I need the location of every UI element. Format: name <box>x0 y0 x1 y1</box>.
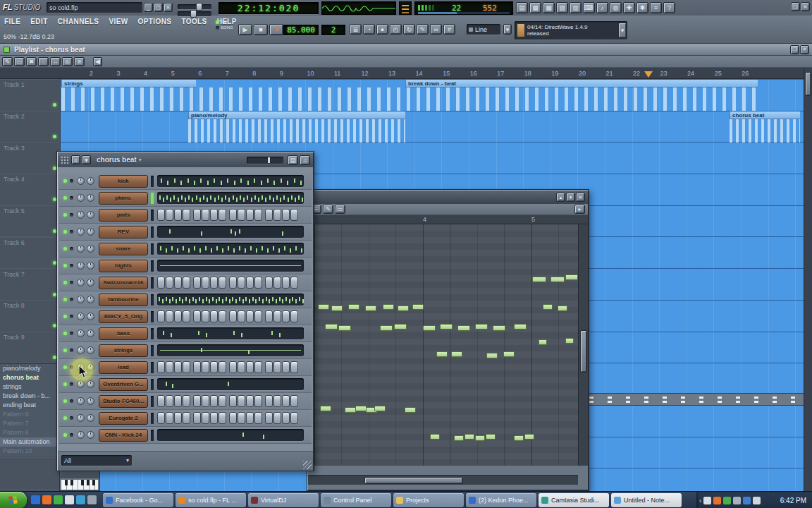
pianoroll-close-button[interactable]: ✕ <box>576 193 585 202</box>
step-button-3[interactable] <box>174 310 182 322</box>
pattern-item-break-down-b[interactable]: break down - b... <box>0 392 60 401</box>
tempo-display[interactable]: 85.000 <box>283 25 319 35</box>
pianoroll-vscrollbar[interactable] <box>578 224 588 466</box>
graph-editor-toggle-icon[interactable]: ▤ <box>288 155 298 165</box>
midi-note[interactable] <box>365 306 376 311</box>
step-button-1[interactable] <box>157 412 165 424</box>
step-button-14[interactable] <box>273 412 281 424</box>
channel-volume-knob[interactable] <box>87 228 94 236</box>
step-button-15[interactable] <box>282 310 290 322</box>
channel-pan-knob[interactable] <box>77 431 85 439</box>
channel-mute-led[interactable] <box>63 196 67 200</box>
channel-mute-led[interactable] <box>63 332 67 335</box>
task-button-so-cold-flp-fl[interactable]: so cold.flp - FL ... <box>176 493 246 507</box>
minimize-button[interactable]: ▁ <box>144 3 153 12</box>
step-button-6[interactable] <box>202 361 209 373</box>
midi-note[interactable] <box>550 277 565 282</box>
main-volume-slider[interactable] <box>178 4 211 9</box>
clip-piano-melody[interactable]: piano/melody <box>188 111 405 119</box>
playback-tool-icon[interactable]: ≋ <box>74 57 85 66</box>
step-button-2[interactable] <box>166 310 173 322</box>
pianoroll-grid[interactable] <box>308 224 578 466</box>
playlist-vscrollbar[interactable] <box>804 68 812 491</box>
play-button[interactable]: ▶ <box>238 24 252 35</box>
pianoroll-ruler[interactable]: 45 <box>308 215 588 224</box>
channel-button-kick[interactable]: kick <box>99 175 148 188</box>
midi-note[interactable] <box>345 407 356 413</box>
task-button-2-kedon-phoe[interactable]: (2) Kedon Phoe... <box>466 493 536 507</box>
step-button-1[interactable] <box>157 361 165 373</box>
midi-note[interactable] <box>465 434 474 440</box>
drag-grip[interactable] <box>61 156 69 164</box>
step-button-10[interactable] <box>238 412 245 424</box>
task-button-virtualdj[interactable]: VirtualDJ <box>248 493 319 507</box>
slip-tool-icon[interactable]: ↔ <box>50 57 61 66</box>
snap-icon[interactable]: ≡ <box>650 2 662 13</box>
task-button-control-panel[interactable]: Control Panel <box>321 493 391 507</box>
pattern-item-pattern-8[interactable]: Pattern 8 <box>0 428 60 437</box>
step-button-8[interactable] <box>219 412 226 424</box>
zoom-tool-icon[interactable]: ◎ <box>62 57 73 66</box>
tray-app1-icon[interactable] <box>703 497 711 504</box>
channel-button-bass[interactable]: bass <box>99 327 148 340</box>
help-icon[interactable]: ? <box>663 2 675 13</box>
step-button-1[interactable] <box>157 277 165 289</box>
channel-pan-knob[interactable] <box>77 346 85 354</box>
channel-volume-knob[interactable] <box>87 262 94 270</box>
channel-solo-led[interactable] <box>70 213 73 217</box>
step-button-7[interactable] <box>210 412 218 424</box>
step-button-10[interactable] <box>238 209 245 221</box>
step-button-5[interactable] <box>193 277 201 289</box>
midi-icon[interactable]: ♪ <box>596 2 608 13</box>
channel-mute-led[interactable] <box>63 315 67 318</box>
channel-solo-led[interactable] <box>70 399 73 403</box>
typing-keyboard-icon[interactable]: ⌨ <box>583 2 595 13</box>
channel-pan-knob[interactable] <box>77 245 85 253</box>
midi-note[interactable] <box>383 304 394 310</box>
clip-breakdown[interactable]: break down - beat <box>405 80 758 87</box>
pianoroll-expand-icon[interactable]: ▸ <box>574 205 585 214</box>
plugin-icon[interactable]: ◍ <box>610 2 622 13</box>
step-button-11[interactable] <box>246 395 254 407</box>
step-button-5[interactable] <box>193 395 201 407</box>
black-key[interactable] <box>81 480 84 485</box>
midi-note[interactable] <box>457 325 470 331</box>
channel-mute-led[interactable] <box>63 179 67 183</box>
channel-preview-rev[interactable] <box>157 226 304 238</box>
channel-button-eurogate-2[interactable]: Eurogate 2 <box>99 412 148 425</box>
quick-launch-media-icon[interactable] <box>76 495 85 504</box>
step-button-2[interactable] <box>166 395 173 407</box>
step-button-7[interactable] <box>210 277 218 289</box>
stepseq-view-icon[interactable]: ▦ <box>529 2 541 13</box>
step-button-5[interactable] <box>193 361 201 373</box>
midi-note[interactable] <box>320 406 331 411</box>
channel-volume-knob[interactable] <box>87 380 94 388</box>
stepsequencer-titlebar[interactable]: ≡ ▾ chorus beat ▾ ▤ ♫ <box>58 152 313 167</box>
midi-note[interactable] <box>539 339 547 345</box>
step-button-5[interactable] <box>193 412 201 424</box>
midi-note[interactable] <box>405 407 416 413</box>
news-dropdown-button[interactable]: ▾ <box>618 23 627 38</box>
step-button-12[interactable] <box>254 277 262 289</box>
step-button-14[interactable] <box>273 361 281 373</box>
tray-chevron-icon[interactable]: ‹ <box>699 497 701 504</box>
channel-solo-led[interactable] <box>70 382 73 386</box>
blend-record-icon[interactable]: ● <box>376 24 388 35</box>
time-display[interactable]: 22:12:020 <box>219 2 319 14</box>
track-header-track-7[interactable]: Track 7 <box>4 271 25 278</box>
browser-view-icon[interactable]: ▧ <box>556 2 568 13</box>
midi-note[interactable] <box>430 434 440 440</box>
channel-preview-tambourine[interactable] <box>157 294 304 306</box>
app-close-button[interactable]: ✕ <box>801 2 810 11</box>
clip-piano-body[interactable] <box>188 119 405 143</box>
channel-mute-led[interactable] <box>63 433 67 437</box>
maximize-button[interactable]: ▢ <box>154 3 163 12</box>
step-button-10[interactable] <box>238 310 245 322</box>
step-button-11[interactable] <box>246 310 254 322</box>
playlist-titlebar[interactable]: Playlist - chorus beat ❐ ✕ <box>0 44 812 56</box>
step-button-14[interactable] <box>273 277 281 289</box>
stepseq-options-icon[interactable]: ▾ <box>82 155 91 164</box>
channel-solo-led[interactable] <box>70 315 73 318</box>
step-button-12[interactable] <box>254 395 262 407</box>
track-header-track-9[interactable]: Track 9 <box>4 334 25 341</box>
